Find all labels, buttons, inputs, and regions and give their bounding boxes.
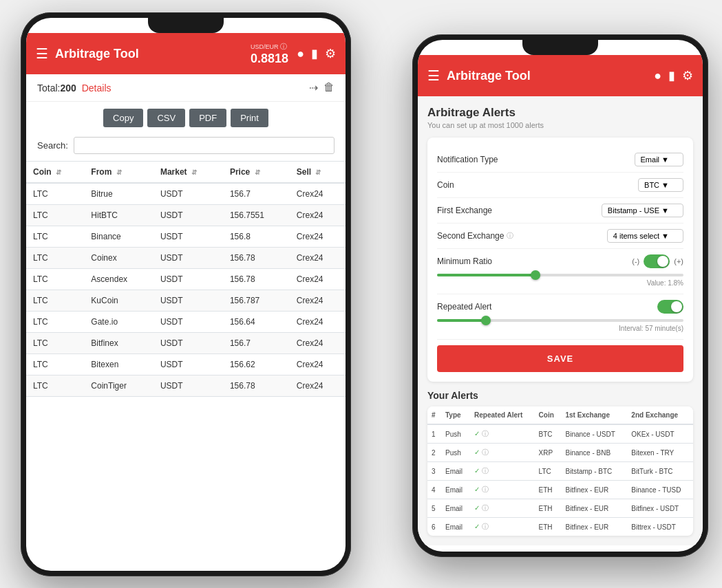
alert-type: Push [441, 424, 470, 444]
table-row: LTC HitBTC USDT 156.7551 Crex24 [26, 205, 346, 226]
col-from: From ⇵ [84, 162, 153, 184]
right-phone: ☰ Arbitrage Tool ● ▮ ⚙ Arbitrage Alerts … [412, 34, 708, 557]
sort-icon-coin[interactable]: ⇵ [56, 168, 61, 176]
repeated-alert-toggle[interactable] [657, 300, 683, 314]
alerts-title: Arbitrage Alerts [427, 106, 693, 120]
right-globe-icon[interactable]: ● [654, 69, 661, 83]
search-label: Search: [37, 140, 68, 151]
list-item: 2 Push ✓ ⓘ XRP Binance - BNB Bitexen - T… [427, 444, 693, 462]
hamburger-icon[interactable]: ☰ [36, 45, 48, 62]
sort-icon-sell[interactable]: ⇵ [315, 168, 321, 176]
second-exchange-label: Second Exchange ⓘ [437, 231, 513, 241]
total-text: Total:200 Details [37, 83, 112, 94]
export-buttons: Copy CSV PDF Print [26, 102, 346, 134]
repeated-alert-row: Repeated Alert Interval: 57 minute(s) [437, 294, 683, 340]
cell-sell: Crex24 [290, 354, 346, 375]
cell-price: 156.7 [223, 333, 290, 354]
table-row: LTC Gate.io USDT 156.64 Crex24 [26, 312, 346, 333]
minimum-ratio-controls: (-) (+) [632, 254, 683, 268]
your-alerts-title: Your Alerts [427, 390, 693, 401]
right-gear-icon[interactable]: ⚙ [682, 68, 693, 83]
alert-num: 4 [427, 481, 441, 499]
info-circle-icon: ⓘ [482, 448, 489, 456]
currency-block: USD/EUR ⓘ 0.8818 [251, 42, 288, 66]
table-row: LTC Coinex USDT 156.78 Crex24 [26, 248, 346, 269]
print-button[interactable]: Print [231, 109, 268, 127]
alerts-col-second: 2nd Exchange [627, 406, 693, 424]
right-login-icon[interactable]: ▮ [668, 68, 675, 83]
gear-icon[interactable]: ⚙ [325, 46, 336, 61]
alert-num: 3 [427, 462, 441, 481]
alert-type: Email [441, 462, 470, 481]
alert-second-exchange: Binance - TUSD [627, 481, 693, 499]
cell-sell: Crex24 [290, 312, 346, 333]
csv-button[interactable]: CSV [147, 109, 185, 127]
currency-label: USD/EUR ⓘ [251, 42, 288, 52]
alert-second-exchange: OKEx - USDT [627, 424, 693, 444]
alerts-table: # Type Repeated Alert Coin 1st Exchange … [427, 406, 693, 536]
login-icon[interactable]: ▮ [311, 46, 318, 61]
table-header-row: Coin ⇵ From ⇵ Market ⇵ Price ⇵ Sell ⇵ [26, 162, 346, 184]
cell-market: USDT [153, 333, 223, 354]
cell-sell: Crex24 [290, 183, 346, 205]
table-row: LTC CoinTiger USDT 156.78 Crex24 [26, 375, 346, 397]
cell-price: 156.78 [223, 248, 290, 269]
cell-sell: Crex24 [290, 226, 346, 248]
first-exchange-select[interactable]: Bitstamp - USE ▼ [602, 204, 683, 217]
cell-price: 156.7 [223, 183, 290, 205]
right-app-title: Arbitrage Tool [447, 69, 654, 83]
cell-sell: Crex24 [290, 269, 346, 290]
check-icon: ✓ [474, 430, 480, 437]
notification-type-label: Notification Type [437, 155, 498, 164]
col-sell: Sell ⇵ [290, 162, 346, 184]
cell-from: Gate.io [84, 312, 153, 333]
toggle-thumb [657, 256, 668, 267]
sort-icon-from[interactable]: ⇵ [116, 168, 122, 176]
form-card: Notification Type Email ▼ Coin BTC ▼ Fir… [427, 138, 693, 382]
cell-coin: LTC [26, 183, 84, 205]
notification-type-select[interactable]: Email ▼ [635, 153, 683, 166]
notification-type-row: Notification Type Email ▼ [437, 147, 683, 173]
pdf-button[interactable]: PDF [189, 109, 226, 127]
right-header-icons: ● ▮ ⚙ [654, 68, 693, 83]
cell-market: USDT [153, 312, 223, 333]
alert-repeated: ✓ ⓘ [470, 499, 535, 518]
alert-type: Email [441, 481, 470, 499]
alert-second-exchange: BitTurk - BTC [627, 462, 693, 481]
total-actions: ⇢ 🗑 [309, 81, 335, 94]
second-exchange-select[interactable]: 4 items select ▼ [607, 229, 683, 243]
alert-type: Push [441, 444, 470, 462]
alert-second-exchange: Bitexen - TRY [627, 444, 693, 462]
repeated-alert-slider[interactable] [437, 319, 683, 322]
save-button[interactable]: SAVE [437, 345, 683, 372]
details-link[interactable]: Details [82, 83, 112, 94]
cell-from: HitBTC [84, 205, 153, 226]
table-row: LTC Bitfinex USDT 156.7 Crex24 [26, 333, 346, 354]
alert-coin: BTC [535, 424, 562, 444]
copy-button[interactable]: Copy [103, 109, 143, 127]
right-hamburger-icon[interactable]: ☰ [427, 67, 440, 84]
delete-icon[interactable]: 🗑 [323, 81, 335, 94]
currency-value: 0.8818 [251, 52, 288, 66]
sort-icon-price[interactable]: ⇵ [255, 168, 260, 176]
minimum-ratio-slider[interactable] [437, 274, 683, 276]
share-icon[interactable]: ⇢ [309, 81, 318, 94]
cell-market: USDT [153, 354, 223, 375]
globe-icon[interactable]: ● [297, 47, 304, 61]
sort-icon-market[interactable]: ⇵ [191, 168, 197, 176]
col-market: Market ⇵ [153, 162, 223, 184]
cell-coin: LTC [26, 354, 84, 375]
minimum-ratio-value: Value: 1.8% [437, 279, 683, 287]
alert-first-exchange: Binance - USDT [562, 424, 628, 444]
cell-market: USDT [153, 290, 223, 312]
coin-select[interactable]: BTC ▼ [638, 178, 683, 192]
alert-first-exchange: Binance - BNB [562, 444, 628, 462]
repeated-slider-fill [437, 319, 487, 322]
alerts-subtitle: You can set up at most 1000 alerts [427, 121, 693, 129]
alert-second-exchange: Bittrex - USDT [627, 518, 693, 536]
search-input[interactable] [74, 137, 335, 154]
minimum-ratio-slider-row: Value: 1.8% [437, 268, 683, 288]
minimum-ratio-toggle[interactable] [644, 254, 670, 268]
cell-price: 156.8 [223, 226, 290, 248]
right-content: Arbitrage Alerts You can set up at most … [418, 96, 703, 545]
